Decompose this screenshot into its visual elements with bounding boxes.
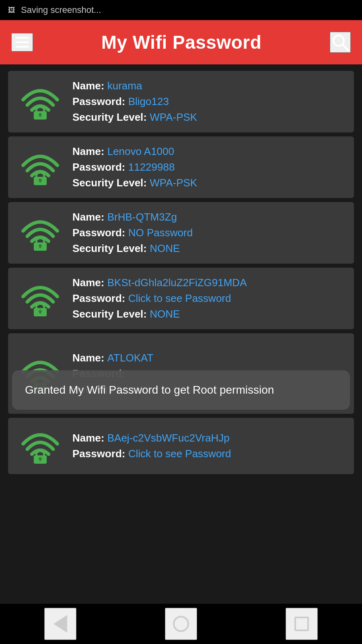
list-item[interactable]: Name: Lenovo A1000 Password: 11229988 Se… [8,136,354,198]
list-item[interactable]: Name: kurama Password: Bligo123 Security… [8,71,354,132]
toast-message: Granted My Wifi Password to get Root per… [12,370,350,410]
list-item[interactable]: Name: BAej-c2VsbWFuc2VraHJp Password: Cl… [8,418,354,474]
name-row: Name: ATLOKAT [72,352,346,364]
menu-button[interactable] [11,33,33,52]
status-bar: 🖼 Saving screenshot... [0,0,362,20]
name-row: Name: BAej-c2VsbWFuc2VraHJp [72,432,346,444]
svg-rect-13 [39,311,41,314]
toast-text: Granted My Wifi Password to get Root per… [25,384,274,396]
card-info: Name: Lenovo A1000 Password: 11229988 Se… [72,145,346,189]
name-row: Name: Lenovo A1000 [72,145,346,158]
app-bar: My Wifi Password [0,20,362,64]
name-row: Name: BrHB-QTM3Zg [72,211,346,223]
back-button[interactable] [44,608,76,640]
list-item[interactable]: Name: ATLOKAT Password: Security Level: … [8,333,354,414]
wifi-icon-wrap [16,279,64,319]
svg-rect-7 [39,180,41,182]
card-info: Name: BrHB-QTM3Zg Password: NO Password … [72,211,346,255]
list-item[interactable]: Name: BKSt-dGhla2luZ2FiZG91MDA Password:… [8,268,354,329]
app-title: My Wifi Password [33,31,330,53]
search-icon [331,33,350,52]
svg-rect-4 [39,114,41,117]
name-row: Name: kurama [72,80,346,92]
recents-icon [294,617,309,631]
home-icon [173,616,189,632]
security-row: Security Level: NONE [72,308,346,320]
wifi-lock-icon [18,149,62,186]
card-info: Name: BKSt-dGhla2luZ2FiZG91MDA Password:… [72,277,346,320]
home-button[interactable] [165,608,197,640]
wifi-lock-icon [18,428,62,464]
status-text: Saving screenshot... [21,5,101,15]
name-row: Name: BKSt-dGhla2luZ2FiZG91MDA [72,277,346,289]
search-button[interactable] [330,32,351,53]
svg-rect-19 [39,459,41,461]
wifi-icon-wrap [16,426,64,466]
list-item[interactable]: Name: BrHB-QTM3Zg Password: NO Password … [8,202,354,264]
card-info: Name: kurama Password: Bligo123 Security… [72,80,346,124]
wifi-lock-icon [18,215,62,251]
recents-button[interactable] [286,608,318,640]
wifi-lock-icon [18,84,62,120]
wifi-icon-wrap [16,147,64,188]
screenshot-icon: 🖼 [8,6,15,14]
wifi-list: Name: kurama Password: Bligo123 Security… [0,64,362,604]
password-row[interactable]: Password: Click to see Password [72,292,346,305]
security-row: Security Level: NONE [72,242,346,255]
wifi-icon-wrap [16,82,64,122]
wifi-lock-icon [18,281,62,317]
password-row: Password: Bligo123 [72,95,346,108]
back-icon [53,615,67,633]
password-row: Password: NO Password [72,227,346,239]
password-row: Password: 11229988 [72,161,346,173]
bottom-nav [0,604,362,644]
wifi-icon-wrap [16,213,64,253]
card-info: Name: BAej-c2VsbWFuc2VraHJp Password: Cl… [72,432,346,460]
password-row[interactable]: Password: Click to see Password [72,448,346,460]
svg-line-1 [343,45,348,50]
security-row: Security Level: WPA-PSK [72,111,346,124]
security-row: Security Level: WPA-PSK [72,177,346,189]
svg-rect-10 [39,246,41,248]
